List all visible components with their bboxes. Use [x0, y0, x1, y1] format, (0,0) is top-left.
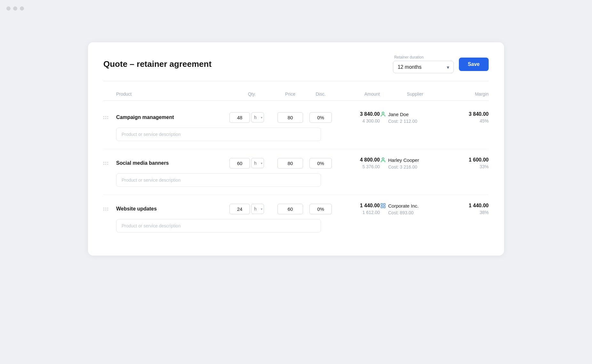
qty-group: h d u ▾ — [229, 204, 274, 214]
svg-rect-4 — [384, 206, 385, 208]
product-row: Website updates h d u ▾ — [103, 195, 489, 240]
cost-label: Cost: — [388, 164, 399, 170]
margin-col: 1 600.00 33% — [450, 157, 489, 169]
retainer-duration-group: Retainer duration 3 months 6 months 12 m… — [393, 55, 454, 73]
amount-main: 1 440.00 — [335, 203, 380, 209]
price-input[interactable] — [277, 204, 303, 214]
titlebar — [0, 0, 592, 17]
margin-main: 1 600.00 — [450, 157, 489, 163]
header-actions: Retainer duration 3 months 6 months 12 m… — [393, 55, 489, 73]
amount-main: 3 840.00 — [335, 111, 380, 117]
cost-value: 3 216.00 — [400, 164, 418, 170]
drag-handle[interactable] — [103, 116, 109, 119]
unit-select-wrapper: h d u ▾ — [251, 158, 264, 168]
supplier-cost: Cost: 2 112.00 — [380, 119, 450, 124]
product-name: Campaign management — [116, 115, 229, 120]
traffic-light-close — [6, 6, 11, 11]
col-margin-header: Margin — [450, 91, 489, 97]
svg-rect-2 — [381, 203, 382, 205]
amount-col: 1 440.00 1 612.00 — [335, 203, 380, 215]
supplier-name: Corporate Inc. — [388, 203, 419, 209]
price-input[interactable] — [277, 158, 303, 169]
supplier-col: Jane Doe Cost: 2 112.00 — [380, 111, 450, 124]
supplier-name: Jane Doe — [388, 112, 409, 117]
description-input[interactable] — [116, 128, 321, 141]
margin-col: 3 840.00 45% — [450, 111, 489, 123]
qty-input[interactable] — [229, 112, 250, 123]
unit-select[interactable]: h d u — [251, 112, 264, 123]
amount-secondary: 4 300.00 — [335, 118, 380, 123]
svg-point-1 — [382, 158, 384, 160]
col-supplier-header: Supplier — [380, 91, 450, 97]
description-row — [103, 173, 489, 187]
save-button[interactable]: Save — [459, 58, 489, 71]
amount-main: 4 800.00 — [335, 157, 380, 163]
product-name: Social media banners — [116, 160, 229, 166]
supplier-name-row: Corporate Inc. — [380, 202, 450, 209]
traffic-light-expand — [20, 6, 24, 11]
margin-pct: 38% — [450, 210, 489, 215]
svg-rect-5 — [381, 206, 382, 208]
description-input[interactable] — [116, 219, 321, 233]
product-name: Website updates — [116, 206, 229, 212]
building-icon — [380, 202, 386, 209]
page-title: Quote – retainer agreement — [103, 59, 212, 69]
amount-secondary: 1 612.00 — [335, 210, 380, 215]
cost-label: Cost: — [388, 119, 399, 124]
table-header: Product Qty. Price Disc. Amount Supplier… — [103, 91, 489, 101]
supplier-name-row: Jane Doe — [380, 111, 450, 117]
unit-select-wrapper: h d u ▾ — [251, 112, 264, 123]
disc-input[interactable] — [309, 204, 332, 214]
supplier-col: Harley Cooper Cost: 3 216.00 — [380, 157, 450, 170]
cost-value: 2 112.00 — [400, 119, 418, 124]
product-row: Campaign management h d u ▾ — [103, 103, 489, 149]
retainer-select-wrapper: 3 months 6 months 12 months 24 months ▾ — [393, 61, 454, 73]
retainer-label: Retainer duration — [393, 55, 454, 59]
drag-handle[interactable] — [103, 162, 109, 165]
col-disc-header: Disc. — [306, 91, 335, 97]
amount-col: 4 800.00 5 376.00 — [335, 157, 380, 169]
traffic-light-minimize — [13, 6, 17, 11]
unit-select[interactable]: h d u — [251, 158, 264, 168]
margin-main: 3 840.00 — [450, 111, 489, 117]
margin-col: 1 440.00 38% — [450, 203, 489, 215]
margin-pct: 45% — [450, 118, 489, 123]
cost-value: 893.00 — [400, 210, 414, 215]
description-row — [103, 128, 489, 141]
qty-input[interactable] — [229, 204, 250, 214]
margin-main: 1 440.00 — [450, 203, 489, 209]
col-qty-header: Qty. — [229, 91, 274, 97]
row-main: Social media banners h d u ▾ — [103, 157, 489, 170]
amount-secondary: 5 376.00 — [335, 164, 380, 169]
disc-input[interactable] — [309, 112, 332, 123]
unit-select-wrapper: h d u ▾ — [251, 204, 264, 214]
card-header: Quote – retainer agreement Retainer dura… — [103, 55, 489, 81]
supplier-name: Harley Cooper — [388, 157, 419, 163]
price-input[interactable] — [277, 112, 303, 123]
main-card: Quote – retainer agreement Retainer dura… — [88, 42, 504, 256]
supplier-cost: Cost: 893.00 — [380, 210, 450, 215]
cost-label: Cost: — [388, 210, 399, 215]
unit-select[interactable]: h d u — [251, 204, 264, 214]
disc-input[interactable] — [309, 158, 332, 169]
qty-group: h d u ▾ — [229, 112, 274, 123]
row-main: Website updates h d u ▾ — [103, 202, 489, 215]
amount-col: 3 840.00 4 300.00 — [335, 111, 380, 123]
supplier-col: Corporate Inc. Cost: 893.00 — [380, 202, 450, 215]
person-icon — [380, 157, 386, 163]
supplier-cost: Cost: 3 216.00 — [380, 164, 450, 170]
qty-group: h d u ▾ — [229, 158, 274, 169]
svg-rect-3 — [384, 203, 385, 205]
margin-pct: 33% — [450, 164, 489, 169]
description-input[interactable] — [116, 173, 321, 187]
col-product-header: Product — [116, 91, 229, 97]
retainer-duration-select[interactable]: 3 months 6 months 12 months 24 months — [393, 61, 454, 73]
col-amount-header: Amount — [335, 91, 380, 97]
row-main: Campaign management h d u ▾ — [103, 111, 489, 124]
description-row — [103, 219, 489, 233]
col-price-header: Price — [274, 91, 306, 97]
supplier-name-row: Harley Cooper — [380, 157, 450, 163]
qty-input[interactable] — [229, 158, 250, 169]
product-row: Social media banners h d u ▾ — [103, 149, 489, 195]
drag-handle[interactable] — [103, 208, 109, 210]
